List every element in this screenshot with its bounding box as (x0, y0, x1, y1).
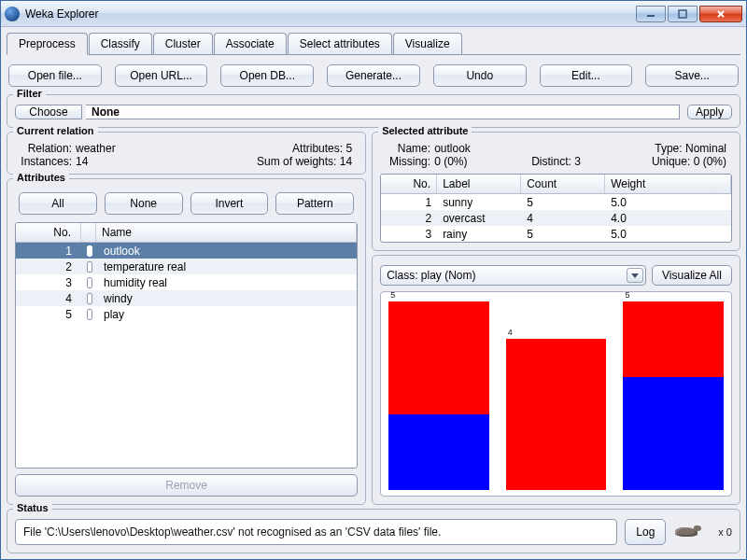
attribute-row[interactable]: 5play (16, 306, 357, 322)
relation-value: weather (76, 142, 116, 155)
titlebar: Weka Explorer (1, 1, 746, 27)
filter-legend: Filter (13, 88, 46, 99)
attribute-row[interactable]: 1outlook (16, 243, 357, 259)
tab-preprocess[interactable]: Preprocess (7, 33, 88, 55)
edit-button[interactable]: Edit... (540, 64, 633, 87)
attr-hdr-no[interactable]: No. (16, 223, 81, 242)
attribute-row[interactable]: 2temperature real (16, 259, 357, 274)
selattr-row-label: rainy (437, 227, 521, 242)
status-group: Status File 'C:\Users\lenovo\Desktop\wea… (7, 509, 740, 553)
tab-visualize[interactable]: Visualize (393, 33, 462, 54)
histogram-segment (623, 301, 724, 377)
open-url-button[interactable]: Open URL... (115, 64, 208, 87)
selected-attribute-group: Selected attribute Name:outlook Missing:… (372, 132, 740, 251)
tab-associate[interactable]: Associate (214, 33, 287, 54)
filter-text[interactable]: None (86, 105, 680, 119)
attribute-row[interactable]: 3humidity real (16, 274, 357, 290)
selattr-row[interactable]: 3rainy55.0 (381, 226, 731, 242)
filter-choose-button[interactable]: Choose (15, 105, 82, 119)
attr-row-checkbox[interactable] (81, 245, 98, 258)
open-db-button[interactable]: Open DB... (220, 64, 314, 87)
log-button[interactable]: Log (625, 519, 666, 545)
attr-hdr-check[interactable] (81, 223, 96, 242)
weka-explorer-window: Weka Explorer Preprocess Classify Cluste… (0, 0, 747, 560)
attribute-histogram[interactable]: 545 (380, 291, 732, 497)
chevron-down-icon[interactable] (627, 268, 643, 283)
remove-button[interactable]: Remove (15, 474, 358, 497)
selattr-row-no: 3 (381, 227, 437, 242)
selattr-name-v: outlook (434, 142, 471, 155)
selattr-row-count: 5 (521, 195, 605, 210)
histogram-bar[interactable]: 5 (388, 301, 489, 490)
selattr-hdr-count[interactable]: Count (521, 175, 605, 193)
selattr-row-no: 1 (381, 195, 437, 210)
selattr-hdr-no[interactable]: No. (381, 175, 437, 193)
histogram-bar[interactable]: 4 (506, 339, 607, 490)
attr-row-checkbox[interactable] (81, 260, 98, 273)
undo-button[interactable]: Undo (433, 64, 527, 87)
attr-row-checkbox[interactable] (81, 276, 98, 289)
attr-row-no: 3 (16, 275, 81, 290)
selattr-row-label: sunny (437, 195, 521, 210)
current-relation-legend: Current relation (13, 125, 98, 136)
save-button[interactable]: Save... (645, 64, 739, 87)
selattr-distinct-k: Distinct: (531, 155, 571, 168)
sow-value: 14 (340, 155, 352, 168)
svg-rect-0 (679, 10, 686, 18)
histogram-bar[interactable]: 5 (623, 301, 724, 490)
attributes-legend: Attributes (13, 172, 69, 183)
bird-count: x 0 (718, 526, 732, 538)
attributes-table: No. Name 1outlook2temperature real3humid… (15, 222, 358, 469)
generate-button[interactable]: Generate... (327, 64, 420, 87)
visualization-group: Class: play (Nom) Visualize All 545 (372, 255, 740, 505)
selattr-row[interactable]: 1sunny55.0 (381, 194, 731, 210)
instances-value: 14 (76, 155, 88, 168)
histogram-segment (506, 339, 607, 490)
tab-select-attributes[interactable]: Select attributes (288, 33, 392, 54)
filter-apply-button[interactable]: Apply (687, 105, 732, 119)
visualize-all-button[interactable]: Visualize All (652, 265, 732, 286)
selattr-row-count: 4 (521, 211, 605, 226)
attributes-key: Attributes: (292, 142, 343, 155)
attribute-row[interactable]: 4windy (16, 290, 357, 306)
attr-row-name: outlook (98, 244, 357, 259)
attr-row-name: play (98, 307, 357, 322)
open-file-button[interactable]: Open file... (8, 64, 102, 87)
selattr-row-count: 5 (521, 227, 605, 242)
selattr-row[interactable]: 2overcast44.0 (381, 210, 731, 226)
attr-row-no: 5 (16, 307, 81, 322)
selattr-name-k: Name: (386, 142, 430, 155)
attr-row-checkbox[interactable] (81, 308, 98, 321)
selected-attribute-legend: Selected attribute (378, 125, 472, 136)
selattr-row-weight: 4.0 (605, 211, 731, 226)
attr-hdr-name[interactable]: Name (96, 223, 357, 242)
close-button[interactable] (699, 6, 742, 22)
attr-row-checkbox[interactable] (81, 292, 98, 305)
weka-icon (5, 7, 20, 21)
selattr-hdr-label[interactable]: Label (437, 175, 521, 193)
attr-row-name: windy (98, 291, 357, 306)
filter-group: Filter Choose None Apply (7, 94, 740, 128)
selattr-type-v: Nominal (685, 142, 726, 155)
selattr-hdr-weight[interactable]: Weight (605, 175, 731, 193)
weka-bird-icon (673, 522, 707, 542)
histogram-segment (388, 414, 489, 490)
selattr-row-label: overcast (437, 211, 521, 226)
attr-invert-button[interactable]: Invert (190, 192, 269, 215)
attr-pattern-button[interactable]: Pattern (275, 192, 354, 215)
attr-none-button[interactable]: None (105, 192, 183, 215)
attr-all-button[interactable]: All (19, 192, 97, 215)
selattr-unique-k: Unique: (652, 155, 690, 168)
instances-key: Instances: (21, 155, 72, 168)
maximize-button[interactable] (668, 6, 698, 22)
tab-cluster[interactable]: Cluster (153, 33, 213, 54)
relation-key: Relation: (21, 142, 72, 155)
class-combo-value: Class: play (Nom) (387, 269, 475, 282)
selattr-row-weight: 5.0 (605, 227, 731, 242)
class-combo[interactable]: Class: play (Nom) (380, 265, 646, 286)
tab-classify[interactable]: Classify (89, 33, 152, 54)
attr-row-no: 1 (16, 244, 81, 259)
status-legend: Status (13, 502, 52, 513)
minimize-button[interactable] (636, 6, 666, 22)
histogram-bar-label: 4 (508, 329, 513, 337)
